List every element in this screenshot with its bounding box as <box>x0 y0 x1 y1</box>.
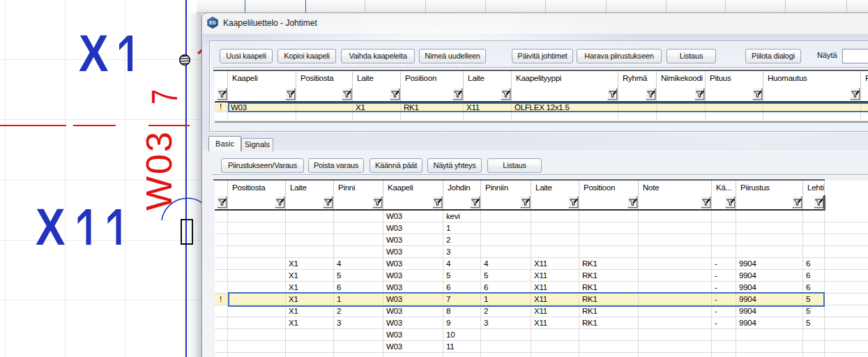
cell[interactable] <box>736 329 803 341</box>
cell[interactable] <box>531 341 579 353</box>
column-header[interactable]: P <box>861 71 868 101</box>
cell[interactable] <box>579 211 639 222</box>
cell[interactable] <box>736 246 803 258</box>
column-header[interactable]: Laite <box>286 181 334 209</box>
column-header[interactable]: Nimikekoodi <box>657 71 706 101</box>
filter-button[interactable] <box>285 88 295 100</box>
dialog-titlebar[interactable]: ED Kaapeliluettelo - Johtimet <box>201 13 868 33</box>
cell[interactable] <box>215 222 228 234</box>
tab-basic[interactable]: Basic <box>208 136 241 151</box>
cell[interactable]: X1 <box>286 270 334 282</box>
cell[interactable] <box>639 329 712 341</box>
cell[interactable] <box>579 329 639 341</box>
cell[interactable] <box>639 258 712 270</box>
cell[interactable] <box>639 234 712 246</box>
cell[interactable] <box>228 222 286 234</box>
cell[interactable] <box>353 112 401 122</box>
cell[interactable]: 5 <box>803 317 825 329</box>
cell[interactable] <box>531 353 579 357</box>
cell[interactable] <box>618 112 657 122</box>
cell[interactable] <box>512 112 618 122</box>
cell[interactable] <box>464 112 512 122</box>
cell[interactable] <box>286 246 334 258</box>
cell[interactable] <box>286 234 334 246</box>
cell[interactable] <box>579 234 639 246</box>
cell[interactable]: - <box>712 258 736 270</box>
cell[interactable]: W03 <box>383 258 443 270</box>
table-row[interactable]: W0310 <box>215 329 825 341</box>
filter-button[interactable] <box>694 88 704 100</box>
filter-button[interactable] <box>452 88 462 100</box>
column-header[interactable]: Positioon <box>579 181 639 209</box>
cell[interactable]: 2 <box>443 234 481 246</box>
cell[interactable]: 1 <box>443 222 481 234</box>
cell[interactable] <box>736 234 803 246</box>
cell[interactable] <box>481 211 531 222</box>
cell[interactable] <box>531 329 579 341</box>
cell[interactable]: 8 <box>443 305 481 317</box>
cell[interactable]: RK1 <box>579 305 639 317</box>
cell[interactable]: X11 <box>531 317 579 329</box>
column-header[interactable]: Note <box>639 181 712 209</box>
cell[interactable]: 3 <box>443 246 481 258</box>
filter-button[interactable] <box>627 196 637 208</box>
cell[interactable] <box>712 222 736 234</box>
cell[interactable] <box>531 222 579 234</box>
column-header[interactable]: Pituus <box>706 71 763 101</box>
cell[interactable] <box>531 246 579 258</box>
cell[interactable] <box>215 317 228 329</box>
table-row[interactable]: W033 <box>215 246 825 258</box>
cell[interactable]: 9904 <box>736 317 803 329</box>
cell[interactable] <box>215 246 228 258</box>
cell[interactable] <box>736 353 803 357</box>
cell[interactable] <box>286 329 334 341</box>
cell[interactable] <box>736 222 803 234</box>
cell[interactable] <box>736 211 803 222</box>
column-header[interactable] <box>215 71 228 101</box>
cell[interactable]: W03 <box>383 329 443 341</box>
tab-signals[interactable]: Signals <box>241 138 273 151</box>
column-header[interactable]: Kä... <box>712 181 736 209</box>
filter-button[interactable] <box>390 88 399 100</box>
cell[interactable] <box>531 234 579 246</box>
cell[interactable]: 5 <box>334 270 383 282</box>
hide-dialog-button[interactable]: Piilota dialogi <box>745 49 801 63</box>
cell[interactable] <box>639 211 712 222</box>
cell[interactable] <box>215 329 228 341</box>
cell[interactable] <box>803 341 825 353</box>
filter-button[interactable] <box>814 196 823 208</box>
cell[interactable] <box>228 112 296 122</box>
cell[interactable] <box>296 112 353 122</box>
column-header[interactable]: Positioon <box>401 71 464 101</box>
cell[interactable]: 5 <box>803 305 825 317</box>
cell[interactable] <box>639 246 712 258</box>
cell[interactable] <box>712 341 736 353</box>
cell[interactable]: 2 <box>481 305 531 317</box>
cell[interactable] <box>228 353 286 357</box>
filter-button[interactable] <box>501 88 510 100</box>
cell[interactable]: 11 <box>443 341 481 353</box>
cell[interactable]: 6 <box>803 270 825 282</box>
cell[interactable] <box>228 211 286 222</box>
cell[interactable] <box>286 341 334 353</box>
cell[interactable] <box>215 341 228 353</box>
cell[interactable] <box>481 353 531 357</box>
cell[interactable]: - <box>712 305 736 317</box>
cell[interactable]: 4 <box>334 258 383 270</box>
cell[interactable] <box>215 305 228 317</box>
column-header[interactable]: Kaapeli <box>383 181 443 209</box>
cell[interactable] <box>803 246 825 258</box>
listing-button-2[interactable]: Listaus <box>487 158 542 173</box>
column-header[interactable]: Johdin <box>443 181 481 209</box>
cell[interactable]: 5 <box>443 270 481 282</box>
filter-button[interactable] <box>372 196 382 208</box>
filter-button[interactable] <box>568 196 578 208</box>
column-header[interactable]: Laite <box>464 71 512 101</box>
cell[interactable] <box>706 112 763 122</box>
cell[interactable] <box>579 353 639 357</box>
cell[interactable] <box>215 353 228 357</box>
remove-reservation-button[interactable]: Poista varaus <box>308 158 364 173</box>
table-row[interactable]: W032 <box>215 234 825 246</box>
column-header[interactable]: Lehti <box>803 181 825 209</box>
column-header[interactable]: Positiosta <box>296 71 353 101</box>
